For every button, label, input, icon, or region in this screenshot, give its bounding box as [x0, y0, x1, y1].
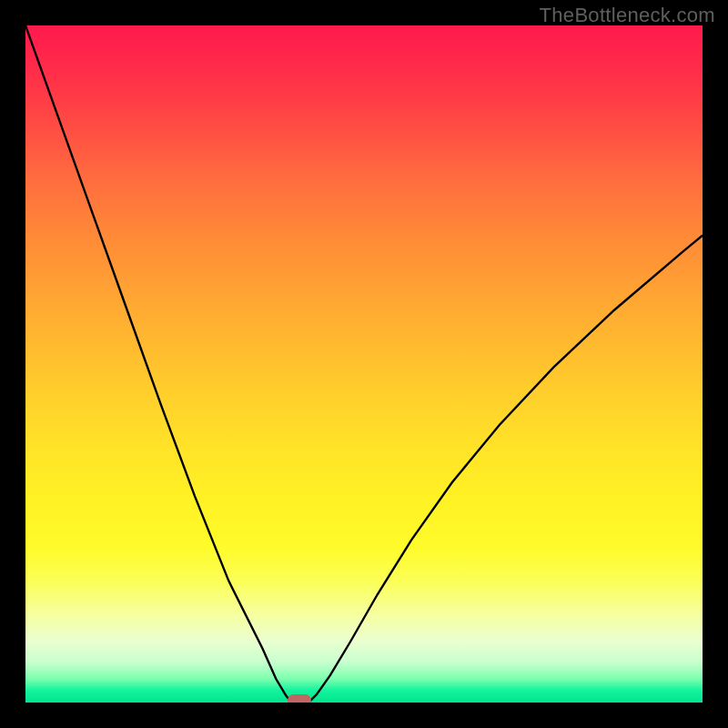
watermark-text: TheBottleneck.com — [540, 4, 715, 27]
minimum-marker — [288, 694, 311, 703]
chart-frame: TheBottleneck.com — [0, 0, 728, 728]
plot-area — [25, 25, 703, 703]
curve-right — [308, 236, 703, 703]
curve-left — [25, 25, 291, 703]
curve-svg — [25, 25, 703, 703]
